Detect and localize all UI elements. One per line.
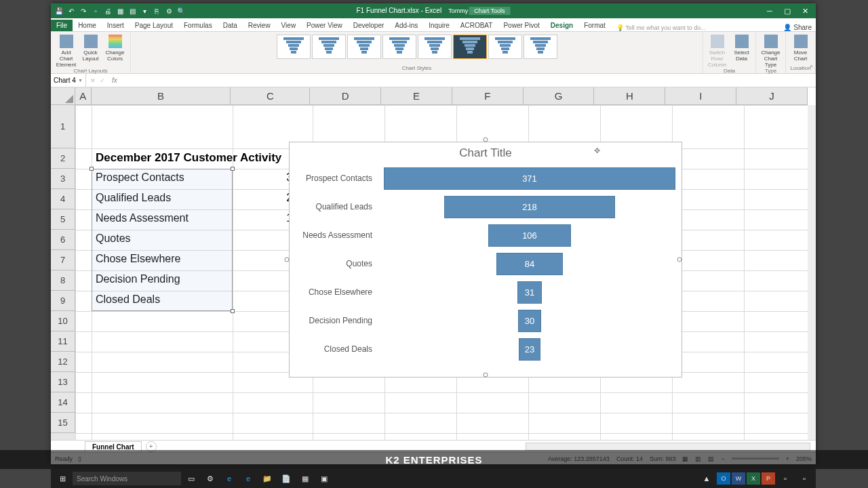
qat-icon[interactable]: 🔍 [177,7,185,15]
task-view-icon[interactable]: ▭ [182,471,200,486]
funnel-segment[interactable]: 371 [384,167,675,190]
name-box[interactable]: Chart 4▼ [51,74,86,87]
column-header[interactable]: G [524,87,595,105]
row-header[interactable]: 1 [51,105,75,148]
qat-icon[interactable]: 🖨 [104,7,112,15]
tab-file[interactable]: File [51,20,73,31]
chart-style-thumb[interactable] [382,35,416,59]
tab-review[interactable]: Review [243,20,276,31]
tab-home[interactable]: Home [73,20,102,31]
app-icon[interactable]: ▦ [296,471,314,486]
quick-layout-button[interactable]: Quick Layout [79,35,102,62]
funnel-chart[interactable]: Chart Title✥Prospect Contacts371Qualifie… [289,142,682,378]
worksheet[interactable]: ABCDEFGHIJ 123456789101112131415 Decembe… [51,87,816,440]
ie-icon[interactable]: e [239,471,257,486]
row-header[interactable]: 11 [51,331,75,352]
qat-icon[interactable]: ▤ [128,7,136,15]
chart-style-thumb[interactable] [277,35,311,59]
redo-icon[interactable]: ↷ [79,7,87,15]
row-header[interactable]: 8 [51,270,75,291]
switch-row-column-button[interactable]: Switch Row/ Column [706,35,729,68]
select-data-button[interactable]: Select Data [730,35,753,62]
maximize-icon[interactable]: ▢ [779,7,795,16]
row-header[interactable]: 10 [51,311,75,331]
chart-style-thumb[interactable] [418,35,452,59]
chart-style-thumb[interactable] [524,35,557,59]
add-chart-element-button[interactable]: Add Chart Element [55,35,78,68]
column-header[interactable]: E [381,87,452,105]
outlook-icon[interactable]: O [717,472,730,485]
column-header[interactable]: F [452,87,524,105]
row-header[interactable]: 4 [51,189,75,209]
column-header[interactable]: B [92,87,231,105]
app-icon[interactable]: ▫ [795,471,813,486]
change-chart-type-button[interactable]: Change Chart Type [760,35,783,68]
share-button[interactable]: 👤 Share [783,24,816,31]
tab-power-view[interactable]: Power View [301,20,348,31]
column-header[interactable]: A [75,87,92,105]
funnel-segment[interactable]: 218 [444,196,616,218]
row-header[interactable]: 13 [51,372,75,392]
app-icon[interactable]: ▣ [315,471,333,486]
tab-add-ins[interactable]: Add-ins [389,20,423,31]
funnel-segment[interactable]: 31 [517,281,542,304]
tab-developer[interactable]: Developer [348,20,390,31]
vertical-scrollbar[interactable] [808,105,816,440]
column-header[interactable]: D [310,87,381,105]
fx-icon[interactable]: fx [109,77,117,84]
chart-style-thumb[interactable] [488,35,522,59]
qat-icon[interactable]: ⚙ [165,7,173,15]
settings-icon[interactable]: ⚙ [201,471,219,486]
taskbar-search[interactable]: Search Windows [73,472,181,485]
row-header[interactable]: 6 [51,230,75,250]
chart-title[interactable]: Chart Title [290,142,682,164]
column-header[interactable]: C [231,87,310,105]
column-header[interactable]: H [594,87,665,105]
app-icon[interactable]: ▫ [776,471,794,486]
row-header[interactable]: 9 [51,291,75,311]
close-icon[interactable]: ✕ [797,7,813,16]
row-header[interactable]: 15 [51,413,75,433]
collapse-ribbon-icon[interactable]: ˄ [810,64,813,72]
save-icon[interactable]: 💾 [55,7,63,15]
column-header[interactable]: I [665,87,736,105]
table-title-cell[interactable]: December 2017 Customer Activity [92,148,313,169]
app-icon[interactable]: 📁 [258,471,276,486]
chart-style-thumb[interactable] [347,35,381,59]
move-chart-button[interactable]: Move Chart [789,35,812,62]
tab-power-pivot[interactable]: Power Pivot [498,20,545,31]
tray-icon[interactable]: ▲ [698,471,715,486]
chart-style-thumb[interactable] [312,35,346,59]
funnel-segment[interactable]: 84 [496,253,562,275]
row-header[interactable]: 12 [51,352,75,372]
funnel-segment[interactable]: 23 [519,338,540,361]
row-header[interactable]: 14 [51,392,75,413]
tab-view[interactable]: View [276,20,302,31]
column-header[interactable]: J [736,87,808,105]
row-header[interactable]: 2 [51,148,75,169]
qat-icon[interactable]: ⎘ [153,7,161,15]
qat-icon[interactable]: ▾ [140,7,149,15]
tab-design[interactable]: Design [545,20,578,31]
tab-formulas[interactable]: Formulas [178,20,218,31]
chart-style-thumb[interactable] [453,35,487,59]
start-button[interactable]: ⊞ [54,471,71,486]
row-header[interactable]: 7 [51,250,75,270]
funnel-segment[interactable]: 30 [518,310,542,332]
tab-acrobat[interactable]: ACROBAT [455,20,498,31]
tab-inquire[interactable]: Inquire [423,20,455,31]
formula-input[interactable] [117,77,816,84]
powerpoint-icon[interactable]: P [762,472,775,485]
app-icon[interactable]: 📄 [277,471,295,486]
funnel-segment[interactable]: 106 [488,224,572,247]
minimize-icon[interactable]: ─ [762,7,778,16]
row-header[interactable]: 5 [51,209,75,230]
undo-icon[interactable]: ↶ [67,7,75,15]
edge-icon[interactable]: e [220,471,238,486]
excel-icon[interactable]: X [747,472,760,485]
tab-page-layout[interactable]: Page Layout [130,20,178,31]
change-colors-button[interactable]: Change Colors [104,35,127,62]
qat-icon[interactable]: ▫ [92,7,100,15]
tab-data[interactable]: Data [218,20,243,31]
qat-icon[interactable]: ▦ [116,7,124,15]
